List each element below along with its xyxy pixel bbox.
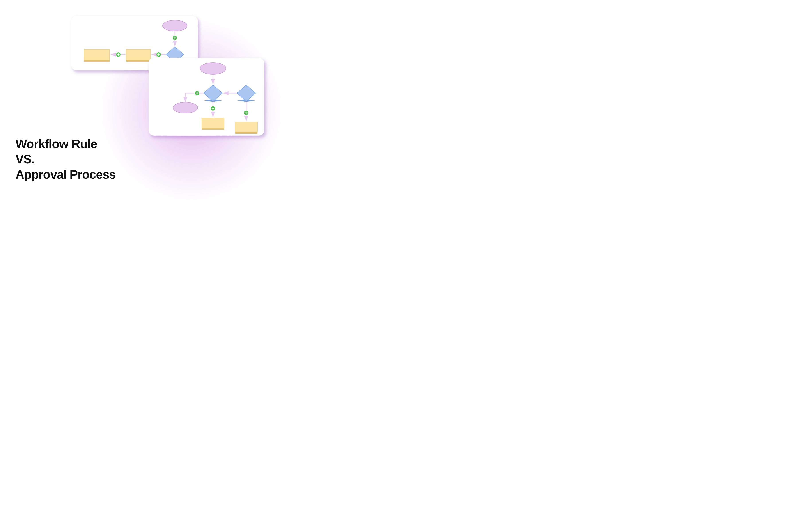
page-title: Workflow Rule VS. Approval Process xyxy=(16,136,116,182)
plus-icon xyxy=(173,36,177,40)
plus-icon xyxy=(244,111,248,115)
decision-diamond xyxy=(237,85,255,102)
process-rect xyxy=(84,50,110,62)
start-ellipse xyxy=(163,20,187,31)
plus-icon xyxy=(211,106,215,111)
title-line-2: VS. xyxy=(16,152,116,167)
end-ellipse xyxy=(173,102,197,113)
svg-rect-3 xyxy=(126,50,151,60)
title-line-3: Approval Process xyxy=(16,167,116,182)
decision-diamond xyxy=(204,85,222,102)
diagram-canvas: Workflow Rule VS. Approval Process xyxy=(0,0,306,204)
approval-process-card xyxy=(149,58,264,136)
process-rect xyxy=(235,122,258,134)
arrow xyxy=(185,93,203,102)
process-rect xyxy=(126,50,151,62)
process-rect xyxy=(202,118,224,130)
plus-icon xyxy=(195,91,199,95)
plus-icon xyxy=(116,52,120,57)
title-line-1: Workflow Rule xyxy=(16,136,116,152)
svg-rect-13 xyxy=(235,122,258,132)
svg-rect-6 xyxy=(84,50,110,60)
start-ellipse xyxy=(200,62,226,75)
plus-icon xyxy=(156,52,161,57)
svg-rect-10 xyxy=(202,118,224,128)
